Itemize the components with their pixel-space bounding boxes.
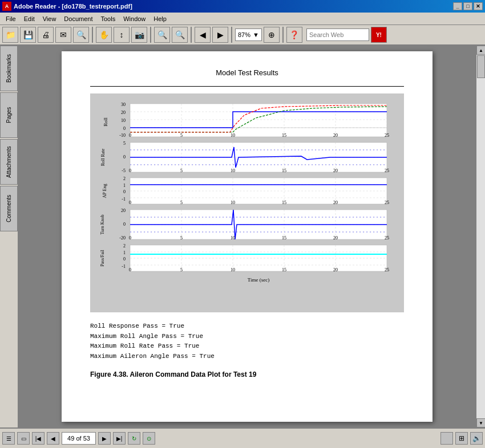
next-page-button-status[interactable]: ▶ [98,432,111,445]
separator-3 [191,27,192,43]
hand-tool-button[interactable]: ✋ [96,27,112,43]
pages-tab[interactable]: Pages [0,92,18,138]
status-thumb-button[interactable]: ▭ [17,432,30,445]
result-line-2: Maximum Roll Angle Pass = True [90,332,404,342]
svg-text:25: 25 [385,133,389,138]
print-button[interactable]: 🖨 [38,27,54,43]
zoom-dropdown-arrow[interactable]: ▼ [253,31,259,38]
menu-help[interactable]: Help [150,14,170,23]
zoom-in-button[interactable]: 🔍 [154,27,170,43]
page-title: Model Test Results [90,68,404,77]
result-line-4: Maximum Aileron Angle Pass = True [90,352,404,362]
zoom-fit-button[interactable]: ⊕ [264,27,280,43]
svg-text:0: 0 [123,222,126,227]
menu-document[interactable]: Document [60,14,96,23]
svg-text:2: 2 [123,176,126,181]
open-button[interactable]: 📁 [2,27,18,43]
chart-svg: 30 20 10 0 -10 Roll 0 5 10 15 20 [96,99,404,304]
zoom-value: 87% [238,31,250,38]
separator-5 [282,27,284,43]
zoom-out-button[interactable]: 🔍 [172,27,188,43]
svg-text:0: 0 [129,235,131,241]
prev-page-button-status[interactable]: ◀ [47,432,59,445]
search-button[interactable]: 🔍 [73,27,89,43]
search-input[interactable] [309,31,366,38]
svg-text:15: 15 [282,168,286,173]
email-button[interactable]: ✉ [55,27,71,43]
zoom-box[interactable]: 87% ▼ [235,28,262,41]
pdf-page: Model Test Results [62,51,433,422]
menu-file[interactable]: File [2,14,19,23]
chart-container: 30 20 10 0 -10 Roll 0 5 10 15 20 [90,93,404,312]
prev-page-button[interactable]: ◀ [195,27,211,43]
menu-window[interactable]: Window [120,14,149,23]
svg-text:5: 5 [180,235,183,241]
svg-text:-1: -1 [122,197,126,202]
separator-4 [231,27,232,43]
svg-text:0: 0 [129,200,131,205]
svg-text:0: 0 [123,189,126,194]
svg-text:25: 25 [385,168,389,173]
menu-edit[interactable]: Edit [21,14,38,23]
scroll-thumb[interactable] [477,55,485,78]
svg-text:0: 0 [129,133,131,138]
toolbar: 📁 💾 🖨 ✉ 🔍 ✋ ↕ 📷 🔍 🔍 ◀ ▶ 87% ▼ ⊕ ❓ Y! [0,25,485,46]
close-button[interactable]: ✕ [474,2,483,10]
main-layout: Bookmarks Pages Attachments Comments Mod… [0,46,485,427]
last-page-button[interactable]: ▶| [113,432,126,445]
bookmarks-tab[interactable]: Bookmarks [0,46,18,91]
minimize-button[interactable]: _ [453,2,462,10]
scroll-track[interactable] [476,55,485,418]
svg-text:5: 5 [180,133,183,138]
svg-text:20: 20 [121,110,126,115]
svg-text:10: 10 [231,267,235,272]
status-menu-button[interactable]: ☰ [2,432,15,445]
separator-2 [150,27,151,43]
stop-button[interactable]: ⊙ [143,432,155,445]
svg-text:20: 20 [121,208,126,213]
scroll-down-button[interactable]: ▼ [476,418,485,427]
svg-text:25: 25 [385,267,389,272]
svg-text:30: 30 [121,102,126,107]
svg-text:20: 20 [333,133,338,138]
svg-text:0: 0 [123,126,126,131]
svg-text:-20: -20 [119,235,126,241]
first-page-button[interactable]: |◀ [32,432,45,445]
next-page-button[interactable]: ▶ [212,27,228,43]
svg-text:20: 20 [333,235,338,241]
menu-view[interactable]: View [39,14,60,23]
page-number-display[interactable]: 49 of 53 [62,432,96,445]
attachments-tab[interactable]: Attachments [0,139,18,185]
snapshot-button[interactable]: 📷 [131,27,147,43]
result-line-3: Maximum Roll Rate Pass = True [90,341,404,352]
svg-text:Time (sec): Time (sec) [248,277,269,283]
svg-text:2: 2 [123,243,126,249]
svg-text:10: 10 [231,235,235,241]
scroll-up-button[interactable]: ▲ [476,46,485,55]
svg-text:AP Eng: AP Eng [102,184,107,198]
svg-text:15: 15 [282,235,286,241]
title-bar-buttons[interactable]: _ □ ✕ [453,2,483,10]
menu-bar: File Edit View Document Tools Window Hel… [0,13,485,25]
status-bar: ☰ ▭ |◀ ◀ 49 of 53 ▶ ▶| ↻ ⊙ ⊞ 🔊 [0,427,485,448]
search-go-button[interactable]: Y! [371,27,387,43]
title-line [90,86,404,87]
refresh-button[interactable]: ↻ [128,432,140,445]
svg-text:Roll: Roll [103,117,108,127]
result-line-1: Roll Response Pass = True [90,321,404,332]
comments-tab[interactable]: Comments [0,186,18,231]
restore-button[interactable]: □ [463,2,472,10]
select-button[interactable]: ↕ [114,27,130,43]
svg-text:25: 25 [385,235,389,241]
svg-text:20: 20 [333,168,338,173]
svg-text:-5: -5 [122,168,126,173]
help-button[interactable]: ❓ [286,27,302,43]
save-button[interactable]: 💾 [20,27,36,43]
svg-text:0: 0 [129,168,131,173]
status-indicator-2: ⊞ [455,432,468,445]
search-box[interactable] [306,28,369,41]
menu-tools[interactable]: Tools [98,14,119,23]
svg-text:20: 20 [333,267,338,272]
svg-text:25: 25 [385,200,389,205]
svg-text:Roll Rate: Roll Rate [100,148,106,166]
